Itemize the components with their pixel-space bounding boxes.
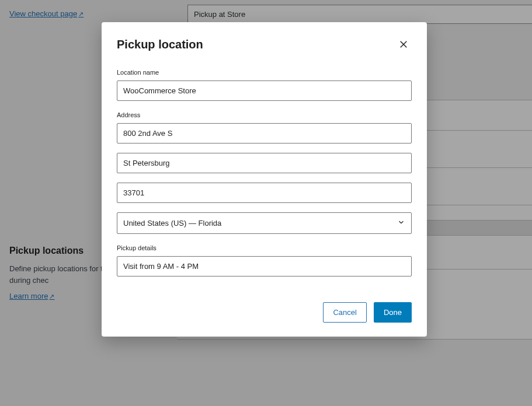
modal-header: Pickup location — [117, 36, 412, 52]
address-label: Address — [117, 111, 412, 118]
chevron-down-icon — [397, 218, 405, 228]
pickup-location-modal: Pickup location Location name Address Un… — [102, 22, 427, 337]
location-name-label: Location name — [117, 69, 412, 76]
select-value: United States (US) — Florida — [123, 219, 221, 228]
cancel-button[interactable]: Cancel — [323, 302, 366, 323]
location-name-input[interactable] — [117, 80, 412, 101]
modal-footer: Cancel Done — [117, 302, 412, 323]
address-region-select[interactable]: United States (US) — Florida — [117, 212, 412, 234]
close-button[interactable] — [395, 36, 412, 52]
location-name-field: Location name — [117, 69, 412, 101]
pickup-details-label: Pickup details — [117, 244, 412, 251]
address-zip-input[interactable] — [117, 183, 412, 203]
close-icon — [398, 39, 409, 50]
pickup-details-field: Pickup details — [117, 244, 412, 276]
address-city-input[interactable] — [117, 153, 412, 173]
done-button[interactable]: Done — [374, 302, 412, 323]
address-field-group: Address United States (US) — Florida — [117, 111, 412, 234]
modal-title: Pickup location — [117, 38, 203, 51]
address-line1-input[interactable] — [117, 123, 412, 144]
pickup-details-input[interactable] — [117, 256, 412, 276]
